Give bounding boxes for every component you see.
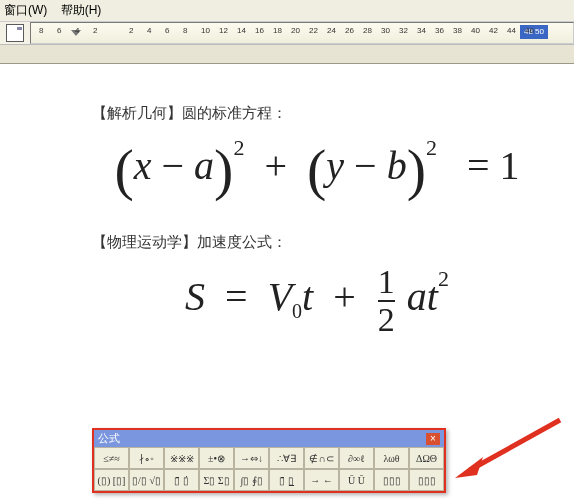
formula-palette-button[interactable]: ∂∞ℓ [339,447,374,469]
formula-palette-button[interactable]: ∉∩⊂ [304,447,339,469]
formula-palette-button[interactable]: ∤∘◦ [129,447,164,469]
ruler-tick: 8 [39,26,43,35]
ruler-tick: 42 [489,26,498,35]
ruler-tick: 14 [237,26,246,35]
formula-palette-button[interactable]: →⇔↓ [234,447,269,469]
ruler-tick: 26 [345,26,354,35]
menu-bar: 窗口(W) 帮助(H) [0,0,574,22]
ruler-row: 48 50 8642246810121416182022242628303234… [0,22,574,45]
formula-palette-button[interactable]: λωθ [374,447,409,469]
document-icon[interactable] [6,24,24,42]
ruler-tick: 44 [507,26,516,35]
formula-palette-button[interactable]: ∴∀∃ [269,447,304,469]
ruler-tick: 6 [57,26,61,35]
formula-palette-button[interactable]: ▯̄ ▯̇ [164,469,199,491]
ruler-tick: 28 [363,26,372,35]
ruler-tick: 12 [219,26,228,35]
formula-palette-button[interactable]: ∫▯ ∮▯ [234,469,269,491]
equation-acceleration[interactable]: S = V0t + 1 2 at2 [60,264,574,338]
formula-toolbar: 公式 × ≤≠≈∤∘◦※※※±•⊗→⇔↓∴∀∃∉∩⊂∂∞ℓλωθΔΩΘ(▯) [… [92,428,446,493]
ruler-tick: 2 [93,26,97,35]
ruler-tick: 34 [417,26,426,35]
formula-palette-button[interactable]: ▯▯▯ [374,469,409,491]
ruler-tick: 38 [453,26,462,35]
ruler-tick: 4 [75,26,79,35]
ruler-tick: 6 [165,26,169,35]
horizontal-ruler[interactable]: 48 50 8642246810121416182022242628303234… [30,22,574,44]
formula-palette-button[interactable]: → ← [304,469,339,491]
menu-help[interactable]: 帮助(H) [61,3,102,17]
ruler-tick: 18 [273,26,282,35]
formula-palette-button[interactable]: ▯▯▯ [409,469,444,491]
formula-toolbar-title: 公式 [98,431,120,446]
ruler-tick: 32 [399,26,408,35]
ruler-tick: 30 [381,26,390,35]
formula-palette-button[interactable]: Σ▯ Σ▯ [199,469,234,491]
menu-window[interactable]: 窗口(W) [4,3,47,17]
ruler-tick: 24 [327,26,336,35]
formula-palette-button[interactable]: ※※※ [164,447,199,469]
ruler-tick: 16 [255,26,264,35]
formula-toolbar-body: ≤≠≈∤∘◦※※※±•⊗→⇔↓∴∀∃∉∩⊂∂∞ℓλωθΔΩΘ(▯) [▯]▯/▯… [94,447,444,491]
formula-palette-button[interactable]: ▯̄ ▯̲ [269,469,304,491]
ruler-tick: 46 [525,26,534,35]
ruler-tick: 20 [291,26,300,35]
caption-acceleration-formula: 【物理运动学】加速度公式： [92,233,574,252]
formula-palette-button[interactable]: ±•⊗ [199,447,234,469]
formula-palette-button[interactable]: ΔΩΘ [409,447,444,469]
formula-palette-button[interactable]: ▯/▯ √▯ [129,469,164,491]
ruler-tick: 8 [183,26,187,35]
ruler-tick: 40 [471,26,480,35]
equation-circle[interactable]: (x − a)2 + (y − b)2 = 1 [60,135,574,203]
formula-palette-button[interactable]: Ū Ū [339,469,374,491]
caption-circle-equation: 【解析几何】圆的标准方程： [92,104,574,123]
ruler-tick: 2 [129,26,133,35]
formula-palette-button[interactable]: ≤≠≈ [94,447,129,469]
ruler-tick: 22 [309,26,318,35]
ruler-tick: 36 [435,26,444,35]
formula-palette-button[interactable]: (▯) [▯] [94,469,129,491]
ruler-tick: 4 [147,26,151,35]
formula-toolbar-titlebar[interactable]: 公式 × [94,430,444,447]
ruler-tick: 10 [201,26,210,35]
close-icon[interactable]: × [426,433,440,445]
